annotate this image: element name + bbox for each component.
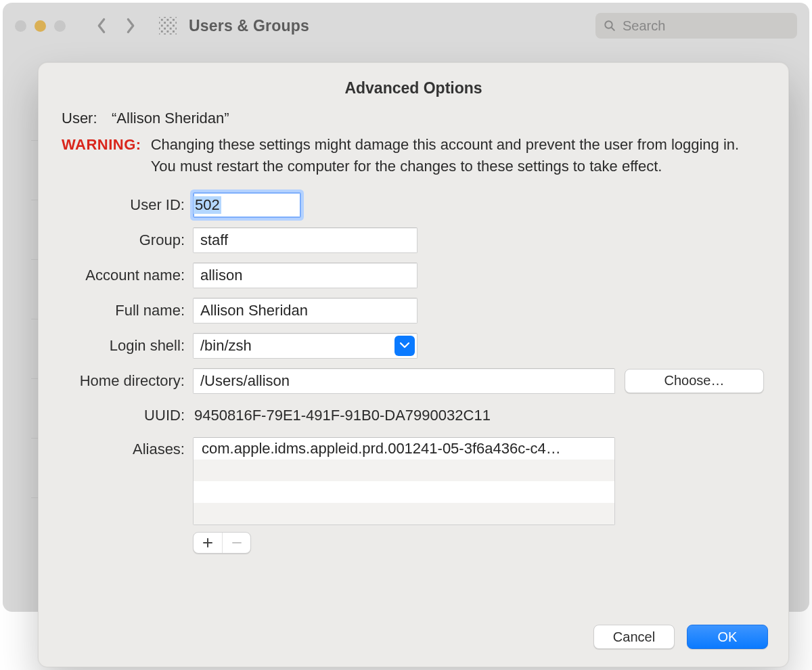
sheet-title: Advanced Options	[62, 79, 765, 97]
account-name-field	[193, 263, 418, 288]
warning-text: Changing these settings might damage thi…	[151, 134, 765, 177]
aliases-label: Aliases:	[62, 437, 193, 462]
user-id-label: User ID:	[62, 193, 193, 217]
add-alias-button[interactable]	[194, 533, 222, 553]
user-line: User: “Allison Sheridan”	[62, 110, 765, 127]
remove-alias-button[interactable]	[222, 533, 250, 553]
login-shell-value: /bin/zsh	[200, 337, 390, 355]
forward-button[interactable]	[118, 14, 141, 37]
zoom-window-dot[interactable]	[54, 20, 66, 32]
close-window-dot[interactable]	[15, 20, 26, 32]
choose-home-dir-button[interactable]: Choose…	[625, 369, 764, 393]
user-label: User:	[62, 110, 99, 127]
warning-label: WARNING:	[62, 134, 141, 177]
uuid-value: 9450816F-79E1-491F-91B0-DA7990032C11	[193, 404, 492, 427]
full-name-label: Full name:	[62, 298, 193, 323]
home-dir-field[interactable]	[193, 368, 615, 394]
account-name-label: Account name:	[62, 263, 193, 288]
user-value: “Allison Sheridan”	[112, 110, 229, 127]
search-field[interactable]: Search	[595, 13, 797, 39]
svg-line-1	[611, 27, 614, 30]
search-icon	[604, 20, 616, 32]
group-label: Group:	[62, 228, 193, 252]
traffic-lights	[15, 20, 66, 32]
login-shell-label: Login shell:	[62, 334, 193, 358]
warning-line: WARNING: Changing these settings might d…	[62, 134, 765, 177]
alias-item[interactable]: com.apple.idms.appleid.prd.001241-05-3f6…	[194, 438, 614, 460]
login-shell-combobox[interactable]: /bin/zsh	[193, 333, 418, 359]
minus-icon	[231, 537, 242, 548]
show-all-icon[interactable]	[159, 17, 177, 35]
alias-item-empty	[194, 503, 614, 524]
chevron-down-icon	[400, 342, 409, 349]
search-placeholder: Search	[623, 18, 665, 34]
group-field[interactable]	[193, 227, 418, 253]
window-title: Users & Groups	[189, 17, 309, 35]
alias-add-remove	[193, 532, 251, 554]
aliases-listbox[interactable]: com.apple.idms.appleid.prd.001241-05-3f6…	[193, 437, 615, 525]
home-dir-label: Home directory:	[62, 369, 193, 393]
uuid-label: UUID:	[62, 403, 193, 428]
alias-item-empty	[194, 460, 614, 481]
user-id-field[interactable]: 502	[193, 192, 301, 218]
ok-button[interactable]: OK	[687, 625, 768, 649]
login-shell-dropdown-button[interactable]	[394, 336, 415, 356]
advanced-options-sheet: Advanced Options User: “Allison Sheridan…	[38, 62, 789, 667]
cancel-button[interactable]: Cancel	[593, 625, 675, 649]
user-id-value: 502	[194, 196, 221, 214]
back-button[interactable]	[90, 14, 113, 37]
minimize-window-dot[interactable]	[35, 20, 46, 32]
titlebar: Users & Groups Search	[3, 3, 809, 49]
plus-icon	[202, 537, 213, 548]
full-name-field[interactable]	[193, 298, 418, 323]
alias-item-empty	[194, 481, 614, 503]
